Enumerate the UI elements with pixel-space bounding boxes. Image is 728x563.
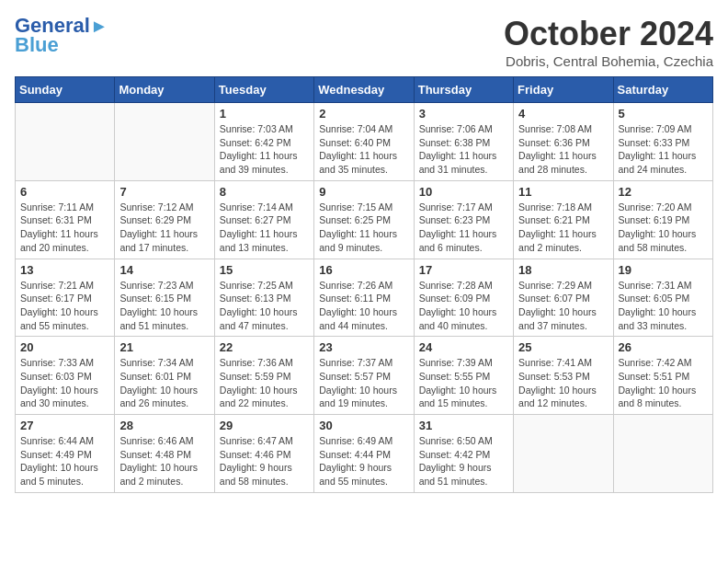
weekday-header-monday: Monday: [115, 77, 214, 103]
calendar-cell: 20Sunrise: 7:33 AMSunset: 6:03 PMDayligh…: [16, 337, 115, 415]
calendar-cell: 9Sunrise: 7:15 AMSunset: 6:25 PMDaylight…: [314, 180, 414, 259]
calendar-cell: 3Sunrise: 7:06 AMSunset: 6:38 PMDaylight…: [414, 103, 513, 181]
day-info: Sunrise: 7:12 AMSunset: 6:29 PMDaylight:…: [119, 201, 209, 255]
weekday-header-thursday: Thursday: [414, 77, 513, 103]
calendar-cell: 14Sunrise: 7:23 AMSunset: 6:15 PMDayligh…: [115, 259, 214, 337]
calendar-cell: 8Sunrise: 7:14 AMSunset: 6:27 PMDaylight…: [214, 180, 313, 259]
calendar-cell: [613, 415, 712, 493]
day-info: Sunrise: 6:47 AMSunset: 4:46 PMDaylight:…: [220, 434, 309, 488]
day-info: Sunrise: 7:09 AMSunset: 6:33 PMDaylight:…: [619, 122, 708, 177]
week-row-1: 1Sunrise: 7:03 AMSunset: 6:42 PMDaylight…: [16, 103, 713, 181]
day-number: 18: [518, 263, 608, 277]
day-info: Sunrise: 7:23 AMSunset: 6:15 PMDaylight:…: [119, 279, 209, 333]
day-info: Sunrise: 6:49 AMSunset: 4:44 PMDaylight:…: [319, 434, 408, 488]
day-number: 17: [419, 263, 508, 277]
day-number: 11: [518, 185, 608, 199]
day-number: 27: [20, 419, 109, 432]
weekday-header-tuesday: Tuesday: [214, 77, 313, 103]
day-number: 12: [619, 185, 708, 199]
week-row-5: 27Sunrise: 6:44 AMSunset: 4:49 PMDayligh…: [16, 415, 713, 493]
day-info: Sunrise: 7:03 AMSunset: 6:42 PMDaylight:…: [220, 122, 309, 177]
calendar-cell: 5Sunrise: 7:09 AMSunset: 6:33 PMDaylight…: [613, 103, 712, 181]
day-info: Sunrise: 7:25 AMSunset: 6:13 PMDaylight:…: [220, 279, 309, 333]
page-header: General► Blue October 2024 Dobris, Centr…: [15, 15, 713, 69]
day-info: Sunrise: 7:36 AMSunset: 5:59 PMDaylight:…: [220, 356, 309, 410]
calendar-cell: [16, 103, 115, 181]
day-info: Sunrise: 7:08 AMSunset: 6:36 PMDaylight:…: [518, 122, 608, 177]
day-info: Sunrise: 7:34 AMSunset: 6:01 PMDaylight:…: [119, 356, 209, 410]
calendar-cell: 30Sunrise: 6:49 AMSunset: 4:44 PMDayligh…: [314, 415, 414, 493]
day-info: Sunrise: 7:15 AMSunset: 6:25 PMDaylight:…: [319, 201, 408, 255]
day-info: Sunrise: 6:46 AMSunset: 4:48 PMDaylight:…: [119, 434, 209, 488]
day-number: 2: [319, 107, 408, 121]
calendar-cell: 18Sunrise: 7:29 AMSunset: 6:07 PMDayligh…: [514, 259, 613, 337]
week-row-4: 20Sunrise: 7:33 AMSunset: 6:03 PMDayligh…: [16, 337, 713, 415]
calendar-cell: 10Sunrise: 7:17 AMSunset: 6:23 PMDayligh…: [414, 180, 513, 259]
day-number: 13: [20, 263, 109, 277]
calendar-cell: 17Sunrise: 7:28 AMSunset: 6:09 PMDayligh…: [414, 259, 513, 337]
calendar-cell: 7Sunrise: 7:12 AMSunset: 6:29 PMDaylight…: [115, 180, 214, 259]
day-info: Sunrise: 7:26 AMSunset: 6:11 PMDaylight:…: [319, 279, 408, 333]
calendar-cell: 25Sunrise: 7:41 AMSunset: 5:53 PMDayligh…: [514, 337, 613, 415]
day-info: Sunrise: 7:42 AMSunset: 5:51 PMDaylight:…: [619, 356, 708, 410]
day-info: Sunrise: 6:50 AMSunset: 4:42 PMDaylight:…: [419, 434, 508, 488]
day-info: Sunrise: 7:04 AMSunset: 6:40 PMDaylight:…: [319, 122, 408, 177]
calendar-cell: 26Sunrise: 7:42 AMSunset: 5:51 PMDayligh…: [613, 337, 712, 415]
weekday-header-saturday: Saturday: [613, 77, 712, 103]
day-number: 6: [20, 185, 109, 199]
day-info: Sunrise: 7:17 AMSunset: 6:23 PMDaylight:…: [419, 201, 508, 255]
calendar-cell: 4Sunrise: 7:08 AMSunset: 6:36 PMDaylight…: [514, 103, 613, 181]
calendar-cell: 2Sunrise: 7:04 AMSunset: 6:40 PMDaylight…: [314, 103, 414, 181]
calendar-cell: 13Sunrise: 7:21 AMSunset: 6:17 PMDayligh…: [16, 259, 115, 337]
calendar-cell: [514, 415, 613, 493]
day-number: 5: [619, 107, 708, 121]
day-info: Sunrise: 7:33 AMSunset: 6:03 PMDaylight:…: [20, 356, 109, 410]
day-number: 7: [119, 185, 209, 199]
calendar-cell: 27Sunrise: 6:44 AMSunset: 4:49 PMDayligh…: [16, 415, 115, 493]
day-info: Sunrise: 6:44 AMSunset: 4:49 PMDaylight:…: [20, 434, 109, 488]
day-info: Sunrise: 7:37 AMSunset: 5:57 PMDaylight:…: [319, 356, 408, 410]
day-number: 28: [119, 419, 209, 432]
day-number: 8: [220, 185, 309, 199]
day-number: 15: [220, 263, 309, 277]
day-number: 26: [619, 340, 708, 354]
calendar-cell: 29Sunrise: 6:47 AMSunset: 4:46 PMDayligh…: [214, 415, 313, 493]
day-number: 31: [419, 419, 508, 432]
day-number: 14: [119, 263, 209, 277]
day-info: Sunrise: 7:21 AMSunset: 6:17 PMDaylight:…: [20, 279, 109, 333]
day-number: 16: [319, 263, 408, 277]
calendar-cell: 31Sunrise: 6:50 AMSunset: 4:42 PMDayligh…: [414, 415, 513, 493]
calendar-cell: 16Sunrise: 7:26 AMSunset: 6:11 PMDayligh…: [314, 259, 414, 337]
calendar-cell: 15Sunrise: 7:25 AMSunset: 6:13 PMDayligh…: [214, 259, 313, 337]
title-block: October 2024 Dobris, Central Bohemia, Cz…: [504, 15, 713, 69]
day-info: Sunrise: 7:20 AMSunset: 6:19 PMDaylight:…: [619, 201, 708, 255]
day-number: 21: [119, 340, 209, 354]
logo: General► Blue: [15, 15, 108, 57]
weekday-header-sunday: Sunday: [16, 77, 115, 103]
calendar-cell: 22Sunrise: 7:36 AMSunset: 5:59 PMDayligh…: [214, 337, 313, 415]
day-number: 29: [220, 419, 309, 432]
week-row-2: 6Sunrise: 7:11 AMSunset: 6:31 PMDaylight…: [16, 180, 713, 259]
weekday-header-row: SundayMondayTuesdayWednesdayThursdayFrid…: [16, 77, 713, 103]
day-info: Sunrise: 7:31 AMSunset: 6:05 PMDaylight:…: [619, 279, 708, 333]
calendar-cell: 23Sunrise: 7:37 AMSunset: 5:57 PMDayligh…: [314, 337, 414, 415]
day-number: 3: [419, 107, 508, 121]
calendar-cell: 19Sunrise: 7:31 AMSunset: 6:05 PMDayligh…: [613, 259, 712, 337]
day-number: 4: [518, 107, 608, 121]
day-info: Sunrise: 7:28 AMSunset: 6:09 PMDaylight:…: [419, 279, 508, 333]
day-info: Sunrise: 7:41 AMSunset: 5:53 PMDaylight:…: [518, 356, 608, 410]
day-number: 24: [419, 340, 508, 354]
day-info: Sunrise: 7:06 AMSunset: 6:38 PMDaylight:…: [419, 122, 508, 177]
day-number: 20: [20, 340, 109, 354]
day-info: Sunrise: 7:14 AMSunset: 6:27 PMDaylight:…: [220, 201, 309, 255]
calendar-cell: 12Sunrise: 7:20 AMSunset: 6:19 PMDayligh…: [613, 180, 712, 259]
day-number: 10: [419, 185, 508, 199]
day-info: Sunrise: 7:39 AMSunset: 5:55 PMDaylight:…: [419, 356, 508, 410]
calendar: SundayMondayTuesdayWednesdayThursdayFrid…: [15, 76, 713, 493]
day-number: 30: [319, 419, 408, 432]
month-title: October 2024: [504, 15, 713, 53]
calendar-cell: 6Sunrise: 7:11 AMSunset: 6:31 PMDaylight…: [16, 180, 115, 259]
calendar-cell: 21Sunrise: 7:34 AMSunset: 6:01 PMDayligh…: [115, 337, 214, 415]
day-number: 23: [319, 340, 408, 354]
calendar-cell: 11Sunrise: 7:18 AMSunset: 6:21 PMDayligh…: [514, 180, 613, 259]
